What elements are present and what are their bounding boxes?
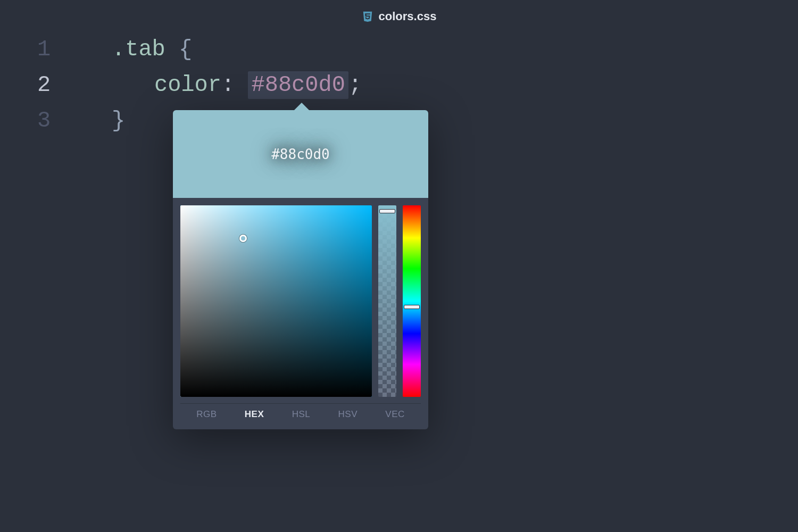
line-number: 3 bbox=[37, 103, 69, 139]
swatch-hex-label: #88c0d0 bbox=[271, 146, 330, 162]
code-line[interactable]: } bbox=[69, 103, 125, 139]
css-selector: .tab bbox=[112, 37, 165, 62]
code-line[interactable]: .tab { bbox=[69, 32, 192, 68]
line-number: 1 bbox=[37, 32, 69, 68]
color-swatch-header: #88c0d0 bbox=[173, 110, 428, 198]
color-format-tabs: RGB HEX HSL HSV VEC bbox=[180, 403, 421, 422]
tab-filename[interactable]: colors.css bbox=[379, 10, 437, 23]
color-picker-body: RGB HEX HSL HSV VEC bbox=[173, 198, 428, 429]
format-tab-rgb[interactable]: RGB bbox=[196, 409, 217, 420]
hue-thumb[interactable] bbox=[404, 305, 420, 309]
alpha-slider[interactable] bbox=[378, 205, 396, 397]
line-number: 2 bbox=[37, 68, 69, 103]
color-picker-popup: #88c0d0 RGB HEX HSL HSV VEC bbox=[173, 110, 428, 429]
editor-tab-bar: colors.css bbox=[0, 10, 798, 23]
brace-close: } bbox=[112, 108, 125, 134]
code-line[interactable]: color: #88c0d0; bbox=[69, 68, 362, 103]
popup-arrow bbox=[294, 103, 309, 110]
format-tab-hex[interactable]: HEX bbox=[245, 409, 264, 420]
format-tab-hsv[interactable]: HSV bbox=[338, 409, 358, 420]
hue-slider[interactable] bbox=[403, 205, 421, 397]
saturation-value-field[interactable] bbox=[180, 205, 372, 397]
brace-open: { bbox=[179, 37, 192, 62]
css-file-icon bbox=[362, 11, 373, 22]
css-property: color bbox=[154, 72, 221, 98]
format-tab-vec[interactable]: VEC bbox=[385, 409, 404, 420]
sv-cursor[interactable] bbox=[239, 235, 247, 242]
alpha-thumb[interactable] bbox=[379, 209, 395, 213]
css-color-value[interactable]: #88c0d0 bbox=[248, 71, 348, 99]
format-tab-hsl[interactable]: HSL bbox=[292, 409, 311, 420]
